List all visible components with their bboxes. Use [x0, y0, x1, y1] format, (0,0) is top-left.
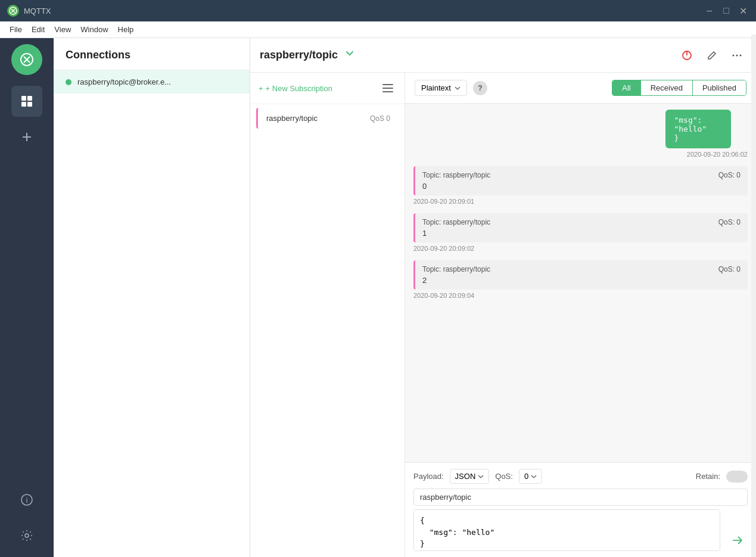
avatar [11, 44, 42, 75]
app-title: MQTTX [24, 7, 704, 15]
qos-label: QoS: [495, 472, 513, 481]
qos-select[interactable]: 0 [519, 469, 542, 484]
top-bar: raspberry/topic [250, 38, 756, 73]
sidebar-add-button[interactable] [11, 122, 42, 153]
help-icon[interactable]: ? [473, 81, 487, 95]
svg-text:i: i [26, 496, 28, 505]
connection-item[interactable]: raspberry/topic@broker.e... [54, 70, 250, 94]
new-subscription-button[interactable]: + + New Subscription [259, 84, 375, 93]
sidebar-settings-button[interactable] [11, 520, 42, 551]
published-bubble: "msg": "hello" } [665, 110, 731, 148]
app-logo [7, 5, 19, 17]
msg-topic-1: Topic: raspberry/topic [422, 171, 490, 179]
msg-qos-1: QoS: 0 [718, 171, 741, 179]
sidebar-info-button[interactable]: i [11, 484, 42, 515]
menu-file[interactable]: File [5, 23, 27, 36]
payload-format-select[interactable]: JSON [450, 469, 490, 484]
format-label: Plaintext [421, 83, 451, 92]
svg-rect-21 [382, 88, 393, 89]
published-line1: "msg": "hello" [674, 116, 707, 133]
msg-meta-3: Topic: raspberry/topic QoS: 0 [422, 265, 741, 273]
main-layout: i Connections raspberry/topic@broker.e..… [0, 38, 756, 557]
svg-point-17 [733, 54, 735, 56]
subscription-list: raspberry/topic QoS 0 [250, 104, 405, 557]
received-message-2: Topic: raspberry/topic QoS: 0 1 2020-09-… [413, 213, 748, 252]
message-area: + + New Subscription raspberry/topic [250, 73, 756, 557]
connection-name: raspberry/topic@broker.e... [77, 77, 171, 86]
menu-bar: File Edit View Window Help [0, 21, 756, 38]
msg-meta-1: Topic: raspberry/topic QoS: 0 [422, 171, 741, 179]
compose-area: Payload: JSON QoS: 0 Retain: [405, 462, 756, 557]
received-message-1: Topic: raspberry/topic QoS: 0 0 2020-09-… [413, 166, 748, 205]
svg-rect-7 [27, 96, 32, 101]
close-button[interactable]: ✕ [737, 5, 749, 17]
msg-body-2: 1 [422, 229, 741, 238]
msg-topic-3: Topic: raspberry/topic [422, 265, 490, 273]
window-controls: – □ ✕ [704, 5, 749, 17]
received-bubble-2: Topic: raspberry/topic QoS: 0 1 [413, 213, 748, 242]
svg-rect-8 [21, 102, 26, 107]
published-line2: } [674, 133, 679, 142]
filter-published-tab[interactable]: Published [693, 80, 746, 95]
received-message-3: Topic: raspberry/topic QoS: 0 2 2020-09-… [413, 260, 748, 299]
topic-title: raspberry/topic [260, 49, 338, 61]
filter-tabs: All Received Published [612, 80, 746, 96]
svg-point-14 [25, 534, 29, 537]
svg-rect-9 [27, 102, 32, 107]
published-message: "msg": "hello" } 2020-09-20 20:06:02 [413, 110, 748, 158]
payload-format-label: JSON [455, 472, 476, 481]
svg-rect-20 [382, 84, 393, 85]
published-time: 2020-09-20 20:06:02 [665, 151, 748, 158]
title-bar: MQTTX – □ ✕ [0, 0, 756, 21]
msg-time-3: 2020-09-20 20:09:04 [413, 292, 748, 299]
compose-toolbar: Payload: JSON QoS: 0 Retain: [413, 469, 748, 484]
messages-panel: Plaintext ? All Received Published [405, 73, 756, 557]
svg-point-19 [740, 54, 742, 56]
new-sub-plus: + [259, 84, 263, 93]
minimize-button[interactable]: – [704, 5, 715, 17]
messages-list: "msg": "hello" } 2020-09-20 20:06:02 Top… [405, 104, 756, 462]
connection-status-dot [66, 79, 71, 85]
retain-label: Retain: [696, 472, 720, 481]
edit-connection-button[interactable] [702, 46, 721, 65]
retain-toggle[interactable] [726, 471, 748, 483]
subscription-list-icon[interactable] [379, 80, 396, 97]
menu-help[interactable]: Help [113, 23, 139, 36]
svg-rect-22 [382, 91, 393, 92]
msg-body-3: 2 [422, 276, 741, 285]
payload-label: Payload: [413, 472, 444, 481]
new-sub-label: + New Subscription [266, 84, 332, 93]
msg-body-1: 0 [422, 182, 741, 191]
qos-value: 0 [524, 472, 528, 481]
subscription-header: + + New Subscription [250, 73, 405, 104]
filter-received-tab[interactable]: Received [641, 80, 693, 95]
received-bubble-1: Topic: raspberry/topic QoS: 0 0 [413, 166, 748, 195]
sidebar: i [0, 38, 54, 557]
sub-scrollbar[interactable] [751, 73, 756, 557]
msg-qos-2: QoS: 0 [718, 218, 741, 226]
topic-input[interactable] [413, 488, 748, 506]
msg-time-2: 2020-09-20 20:09:02 [413, 245, 748, 252]
chevron-down-icon[interactable] [344, 48, 356, 63]
disconnect-button[interactable] [677, 46, 696, 65]
menu-window[interactable]: Window [76, 23, 113, 36]
sidebar-connections-button[interactable] [11, 86, 42, 117]
msg-qos-3: QoS: 0 [718, 265, 741, 273]
messages-toolbar: Plaintext ? All Received Published [405, 73, 756, 104]
svg-rect-6 [21, 96, 26, 101]
send-button[interactable] [726, 530, 748, 551]
subscription-panel: + + New Subscription raspberry/topic [250, 73, 405, 557]
connections-header: Connections [54, 38, 250, 70]
subscription-item[interactable]: raspberry/topic QoS 0 [256, 108, 399, 129]
payload-area: { "msg": "hello" } [413, 509, 748, 551]
msg-meta-2: Topic: raspberry/topic QoS: 0 [422, 218, 741, 226]
menu-view[interactable]: View [49, 23, 76, 36]
more-options-button[interactable] [727, 46, 746, 65]
maximize-button[interactable]: □ [720, 5, 732, 17]
payload-editor[interactable]: { "msg": "hello" } [413, 509, 720, 551]
menu-edit[interactable]: Edit [27, 23, 49, 36]
msg-topic-2: Topic: raspberry/topic [422, 218, 490, 226]
svg-point-18 [736, 54, 738, 56]
format-select[interactable]: Plaintext [415, 80, 467, 96]
filter-all-tab[interactable]: All [612, 80, 640, 95]
